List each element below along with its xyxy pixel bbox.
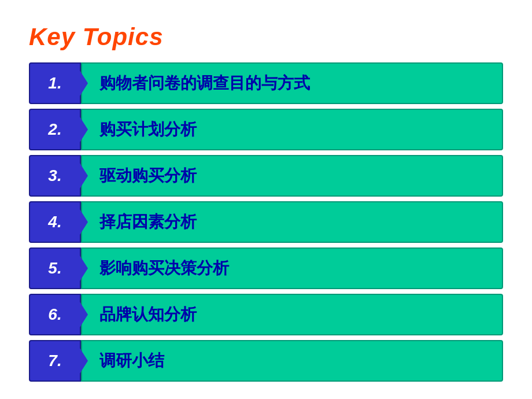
page-title: Key Topics: [29, 23, 503, 51]
topic-content-7: 调研小结: [81, 340, 503, 382]
topic-row: 7.调研小结: [29, 340, 503, 382]
topic-row: 4.择店因素分析: [29, 201, 503, 243]
topic-number-1: 1.: [29, 62, 81, 104]
topic-text-2: 购买计划分析: [99, 119, 197, 141]
topic-number-2: 2.: [29, 109, 81, 150]
topic-content-2: 购买计划分析: [81, 109, 503, 150]
topics-list: 1.购物者问卷的调查目的与方式2.购买计划分析3.驱动购买分析4.择店因素分析5…: [29, 62, 503, 382]
topic-text-5: 影响购买决策分析: [99, 257, 229, 279]
topic-text-6: 品牌认知分析: [99, 304, 197, 326]
topic-text-7: 调研小结: [99, 350, 164, 372]
topic-number-7: 7.: [29, 340, 81, 382]
topic-row: 1.购物者问卷的调查目的与方式: [29, 62, 503, 104]
topic-number-6: 6.: [29, 294, 81, 335]
topic-number-3: 3.: [29, 155, 81, 197]
topic-text-3: 驱动购买分析: [99, 165, 197, 187]
topic-row: 5.影响购买决策分析: [29, 247, 503, 289]
page: Key Topics 1.购物者问卷的调查目的与方式2.购买计划分析3.驱动购买…: [0, 0, 532, 399]
topic-text-1: 购物者问卷的调查目的与方式: [99, 72, 310, 94]
topic-content-5: 影响购买决策分析: [81, 247, 503, 289]
topic-content-3: 驱动购买分析: [81, 155, 503, 197]
topic-text-4: 择店因素分析: [99, 211, 197, 233]
topic-row: 3.驱动购买分析: [29, 155, 503, 197]
topic-row: 2.购买计划分析: [29, 109, 503, 150]
topic-content-6: 品牌认知分析: [81, 294, 503, 335]
topic-number-5: 5.: [29, 247, 81, 289]
topic-row: 6.品牌认知分析: [29, 294, 503, 335]
topic-content-1: 购物者问卷的调查目的与方式: [81, 62, 503, 104]
topic-number-4: 4.: [29, 201, 81, 243]
topic-content-4: 择店因素分析: [81, 201, 503, 243]
